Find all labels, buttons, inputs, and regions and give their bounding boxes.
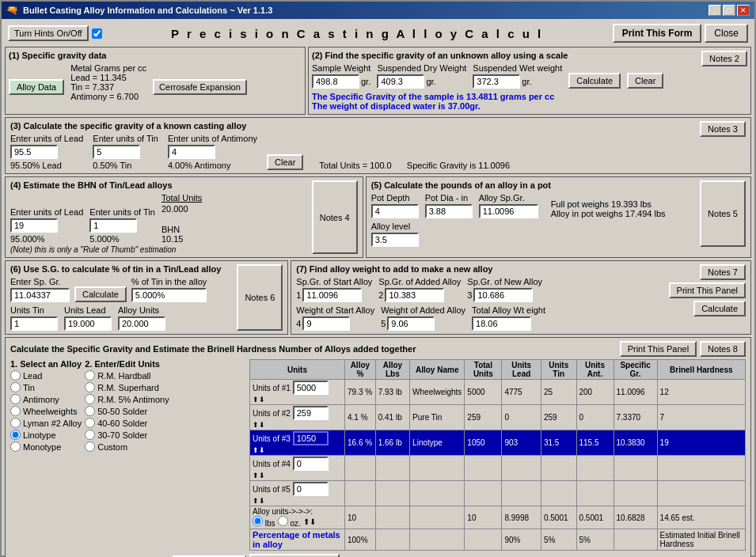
lead-units-group: Enter units of Lead 95.50% Lead <box>10 134 83 170</box>
pct-tin: 5% <box>541 529 576 551</box>
antimony-label: Enter units of Antimony <box>168 134 257 143</box>
spinner-total[interactable]: ⬆⬇ <box>303 517 316 526</box>
wt-added-input[interactable] <box>387 316 435 331</box>
section1-title: (1) Specific gravity data <box>9 51 302 60</box>
alloy-level-input[interactable] <box>371 233 419 247</box>
alloy-data-button[interactable]: Alloy Data <box>9 79 64 95</box>
hints-button[interactable]: Turn Hints On/Off <box>8 25 89 41</box>
lbs-radio[interactable] <box>253 516 263 526</box>
lead-4-input[interactable] <box>10 218 58 233</box>
units-input-3[interactable] <box>293 431 329 445</box>
spinner-4[interactable]: ⬆⬇ <box>253 472 265 479</box>
maximize-button[interactable]: □ <box>723 5 735 16</box>
clear-3-button[interactable]: Clear <box>267 154 303 170</box>
radio-rm-superhard[interactable]: R.M. Superhard <box>85 382 169 392</box>
pct-alloy-lbs <box>375 529 409 551</box>
radio-lyman2[interactable]: Lyman #2 Alloy <box>10 418 82 428</box>
units-input-5[interactable] <box>293 482 329 496</box>
pot-dia-input[interactable] <box>425 204 473 218</box>
alloy-units-6-label: Alloy Units <box>118 305 165 315</box>
pct-total: 100% <box>345 529 376 551</box>
notes-6-button[interactable]: Notes 6 <box>237 264 283 331</box>
radio-linotype[interactable]: Linotype <box>10 430 82 440</box>
minimize-button[interactable]: _ <box>709 5 721 16</box>
lead-4-label: Enter units of Lead <box>10 207 83 217</box>
units-input-1[interactable] <box>293 381 329 395</box>
sample-weight-input[interactable] <box>312 74 359 89</box>
pct-tin-6-val: 5.000% <box>131 288 207 302</box>
notes-5-button[interactable]: Notes 5 <box>700 180 746 247</box>
radio-antimony[interactable]: Antimony <box>10 394 82 404</box>
total-row-label: Alloy units->->->: <box>253 507 313 516</box>
alloy-units-6-input[interactable] <box>118 316 165 331</box>
radio-wheelweights[interactable]: Wheelweights <box>10 406 82 416</box>
wet-weight-input[interactable] <box>473 74 520 89</box>
total-ant: 0.5001 <box>576 506 614 529</box>
calculate-7-button[interactable]: Calculate <box>693 301 746 316</box>
tin-4-input[interactable] <box>89 218 137 233</box>
oz-radio-label[interactable]: oz. <box>278 516 301 528</box>
sp-gr-start-input[interactable] <box>302 288 362 302</box>
alloy-sp-input[interactable] <box>479 204 538 218</box>
brinell-4 <box>657 456 745 481</box>
radio-monotype[interactable]: Monotype <box>10 441 82 452</box>
notes-4-button[interactable]: Notes 4 <box>312 180 358 254</box>
radio-30-70[interactable]: 30-70 Solder <box>85 430 169 440</box>
units-input-2[interactable] <box>293 406 329 420</box>
lbs-radio-label[interactable]: lbs <box>253 516 275 528</box>
spinner-1[interactable]: ⬆⬇ <box>253 396 265 404</box>
lead-label: Enter units of Lead <box>10 134 83 143</box>
total-units-4 <box>465 456 502 481</box>
units-label-1: Units of #1 <box>253 384 291 392</box>
col-header-alloy-lbs: Alloy Lbs <box>375 360 409 380</box>
make-custom-button[interactable]: Make Custom Alloy <box>249 554 340 557</box>
window-close-button[interactable]: ✕ <box>737 5 750 16</box>
radio-rm-hardball[interactable]: R.M. Hardball <box>85 370 169 381</box>
antimony-units-input[interactable] <box>168 145 215 159</box>
units-lead-1: 4775 <box>502 380 541 405</box>
dry-weight-input[interactable] <box>377 74 424 89</box>
print-form-button[interactable]: Print This Form <box>613 24 702 43</box>
radio-50-50[interactable]: 50-50 Solder <box>85 406 169 416</box>
sp-gr-added-input[interactable] <box>385 288 444 302</box>
spinner-3[interactable]: ⬆⬇ <box>253 446 265 454</box>
calculate-6-button[interactable]: Calculate <box>74 286 127 302</box>
section-3-panel: (3) Calculate the specific gravity of a … <box>5 117 751 174</box>
lead-units-input[interactable] <box>10 145 58 159</box>
units-input-4[interactable] <box>293 457 329 471</box>
notes-7-button[interactable]: Notes 7 <box>700 264 746 280</box>
spinner-2[interactable]: ⬆⬇ <box>253 421 265 429</box>
radio-40-60[interactable]: 40-60 Solder <box>85 418 169 428</box>
clear-2-button[interactable]: Clear <box>627 73 663 89</box>
oz-radio[interactable] <box>278 516 288 526</box>
pot-depth-input[interactable] <box>371 204 419 218</box>
alloy-pct-4 <box>345 456 376 481</box>
total-units-2: 259 <box>465 405 502 430</box>
alloy-radio-group-2: 2. Enter/Edit Units R.M. Hardball R.M. S… <box>85 359 169 557</box>
radio-rm-5-ant[interactable]: R.M. 5% Antimony <box>85 394 169 404</box>
wt-start-input[interactable] <box>302 316 350 331</box>
notes-8-button[interactable]: Notes 8 <box>700 341 746 357</box>
units-lead-6-input[interactable] <box>64 316 112 331</box>
units-label-4: Units of #4 <box>253 460 291 468</box>
print-panel-7-button[interactable]: Print This Panel <box>669 282 746 298</box>
print-panel-8-button[interactable]: Print This Panel <box>620 341 697 357</box>
sp-gr-6-input[interactable] <box>10 288 70 302</box>
close-button[interactable]: Close <box>705 24 748 43</box>
notes-2-button[interactable]: Notes 2 <box>701 51 747 66</box>
section-1-panel: (1) Specific gravity data Alloy Data Met… <box>5 47 306 115</box>
notes-3-button[interactable]: Notes 3 <box>700 121 746 137</box>
cerrosafe-button[interactable]: Cerrosafe Expansion <box>153 79 247 95</box>
radio-lead[interactable]: Lead <box>10 370 82 381</box>
pct-total-units <box>465 529 502 551</box>
radio-tin[interactable]: Tin <box>10 382 82 392</box>
calculate-2-button[interactable]: Calculate <box>568 73 621 89</box>
spinner-5[interactable]: ⬆⬇ <box>253 497 265 505</box>
wt-total-input[interactable] <box>472 316 531 331</box>
radio-custom[interactable]: Custom <box>85 441 169 452</box>
enter-units-label: 2. Enter/Edit Units <box>85 359 169 369</box>
sp-gr-new-input[interactable] <box>473 288 533 302</box>
hints-checkbox[interactable] <box>92 28 102 39</box>
units-tin-6-input[interactable] <box>10 316 58 331</box>
tin-units-input[interactable] <box>93 145 140 159</box>
